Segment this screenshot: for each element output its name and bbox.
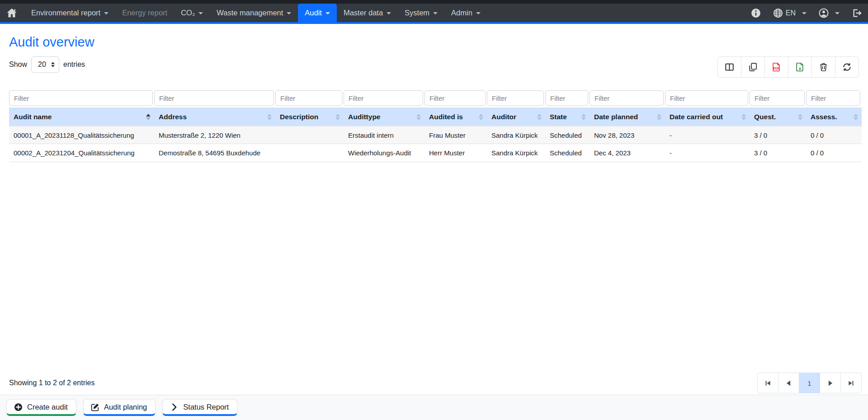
- column-header-audit-name[interactable]: Audit name: [9, 107, 154, 126]
- column-header-assess[interactable]: Assess.: [806, 107, 862, 126]
- filter-row: [9, 90, 862, 107]
- nav-item-co[interactable]: CO₂: [174, 4, 210, 22]
- table-row[interactable]: 00001_A_20231128_QualitätssicherungMuste…: [9, 126, 862, 144]
- entries-label: entries: [63, 61, 85, 69]
- table-cell: Scheduled: [545, 144, 590, 162]
- status-report-button[interactable]: Status Report: [162, 399, 237, 416]
- select-arrows-icon: [51, 62, 55, 67]
- filter-cell: [487, 90, 545, 107]
- first-page-button[interactable]: [757, 373, 778, 393]
- table-cell: 00002_A_20231204_Qualitätssicherung: [9, 144, 154, 162]
- entries-info-text: Showing 1 to 2 of 2 entries: [9, 379, 94, 387]
- filter-cell: [344, 90, 425, 107]
- language-selector[interactable]: EN: [773, 8, 807, 18]
- filter-cell: [750, 90, 806, 107]
- column-label: Audited is: [429, 113, 463, 121]
- table-cell: [275, 144, 344, 162]
- sort-arrows-icon: [335, 114, 340, 120]
- nav-item-admin[interactable]: Admin: [444, 4, 487, 22]
- column-header-auditor[interactable]: Auditor: [487, 107, 545, 126]
- last-page-button[interactable]: [840, 373, 862, 393]
- user-menu[interactable]: [819, 8, 840, 18]
- table-cell: Herr Muster: [425, 144, 487, 162]
- column-label: Auditor: [491, 113, 516, 121]
- filter-input-auditor[interactable]: [487, 90, 544, 106]
- filter-input-state[interactable]: [545, 90, 588, 106]
- previous-page-button[interactable]: [778, 373, 799, 393]
- sort-arrows-icon: [416, 114, 421, 120]
- nav-item-label: CO₂: [181, 9, 195, 17]
- copy-button[interactable]: [741, 56, 765, 78]
- export-pdf-button[interactable]: PDF: [764, 56, 788, 78]
- table-cell: Demostraße 8, 54695 Buxdehude: [154, 144, 275, 162]
- nav-item-waste-management[interactable]: Waste management: [210, 4, 298, 22]
- column-header-quest[interactable]: Quest.: [750, 107, 806, 126]
- column-header-audittype[interactable]: Audittype: [344, 107, 425, 126]
- home-button[interactable]: [6, 4, 17, 22]
- delete-button[interactable]: [811, 56, 835, 78]
- column-header-date-carried-out[interactable]: Date carried out: [665, 107, 750, 126]
- filter-input-audit-name[interactable]: [9, 90, 153, 106]
- column-header-date-planned[interactable]: Date planned: [590, 107, 665, 126]
- filter-input-assess[interactable]: [806, 90, 860, 106]
- chevron-right-icon: [170, 403, 179, 411]
- svg-text:x: x: [799, 66, 802, 71]
- column-label: Audittype: [348, 113, 380, 121]
- filter-input-date-planned[interactable]: [590, 90, 664, 106]
- column-label: Date planned: [594, 113, 638, 121]
- column-header-state[interactable]: State: [545, 107, 590, 126]
- column-label: Assess.: [811, 113, 837, 121]
- column-header-audited-is[interactable]: Audited is: [425, 107, 487, 126]
- nav-item-energy-report[interactable]: Energy report: [115, 4, 174, 22]
- plus-circle-icon: [14, 403, 23, 411]
- column-label: Audit name: [14, 113, 52, 121]
- column-label: Date carried out: [670, 113, 723, 121]
- filter-input-date-carried-out[interactable]: [665, 90, 748, 106]
- main-navbar: Environmental reportEnergy reportCO₂Wast…: [0, 4, 868, 24]
- create-audit-button[interactable]: Create audit: [6, 399, 76, 416]
- filter-input-address[interactable]: [154, 90, 274, 106]
- column-label: State: [550, 113, 567, 121]
- table-row[interactable]: 00002_A_20231204_QualitätssicherungDemos…: [9, 144, 862, 162]
- refresh-button[interactable]: [835, 56, 859, 78]
- skip-start-icon: [764, 379, 772, 387]
- file-excel-icon: x: [795, 62, 805, 72]
- nav-item-environmental-report[interactable]: Environmental report: [24, 4, 115, 22]
- next-page-button[interactable]: [820, 373, 841, 393]
- logout-icon[interactable]: [852, 8, 862, 18]
- nav-item-master-data[interactable]: Master data: [337, 4, 398, 22]
- user-icon: [819, 8, 829, 18]
- export-excel-button[interactable]: x: [788, 56, 812, 78]
- filter-cell: [545, 90, 590, 107]
- entries-select[interactable]: 20: [31, 56, 59, 73]
- table-cell: Sandra Kürpick: [487, 126, 545, 144]
- column-header-address[interactable]: Address: [154, 107, 275, 126]
- info-icon[interactable]: [751, 8, 761, 18]
- table-cell: Erstaudit intern: [344, 126, 425, 144]
- sort-arrows-icon: [741, 114, 746, 120]
- nav-item-audit[interactable]: Audit: [298, 4, 337, 22]
- table-cell: Wiederholungs-Audit: [344, 144, 425, 162]
- chevron-down-icon: [198, 12, 203, 14]
- filter-input-audittype[interactable]: [344, 90, 423, 106]
- toggle-columns-button[interactable]: [717, 56, 741, 78]
- content-area: Audit overview Show 20 entries PDFx Audi…: [0, 35, 868, 162]
- column-label: Quest.: [754, 113, 776, 121]
- table-cell: [275, 126, 344, 144]
- refresh-icon: [842, 62, 852, 72]
- filter-input-audited-is[interactable]: [425, 90, 486, 106]
- filter-input-quest[interactable]: [750, 90, 805, 106]
- column-label: Description: [280, 113, 318, 121]
- filter-input-description[interactable]: [275, 90, 342, 106]
- column-header-description[interactable]: Description: [275, 107, 344, 126]
- action-button-label: Audit planing: [104, 403, 147, 411]
- nav-item-system[interactable]: System: [398, 4, 444, 22]
- entries-select-value: 20: [38, 61, 46, 69]
- caret-right-icon: [826, 379, 834, 387]
- filter-cell: [425, 90, 487, 107]
- caret-left-icon: [785, 379, 793, 387]
- audit-planing-button[interactable]: Audit planing: [83, 399, 156, 416]
- chevron-down-icon: [326, 12, 330, 14]
- column-label: Address: [159, 113, 187, 121]
- page-1-button[interactable]: 1: [799, 373, 820, 393]
